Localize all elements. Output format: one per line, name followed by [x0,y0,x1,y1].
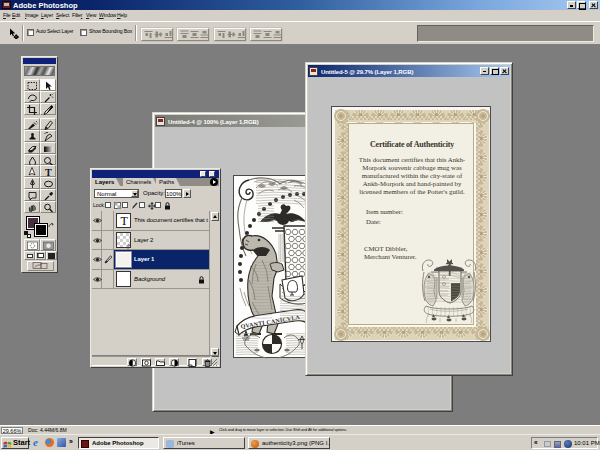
svg-text:T: T [45,167,52,177]
